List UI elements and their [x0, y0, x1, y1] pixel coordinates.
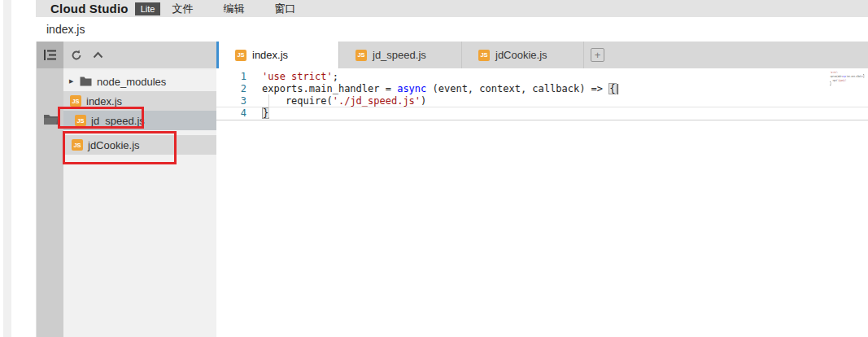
code-line-1[interactable]: 1 'use strict'; [216, 71, 868, 83]
menu-item-window[interactable]: 窗口 [274, 2, 295, 16]
document-title: index.js [46, 23, 85, 36]
js-file-icon: JS [70, 95, 81, 107]
folder-icon [80, 77, 92, 86]
explorer-toolbar [63, 42, 216, 70]
tab-jd-speed-js[interactable]: JS jd_speed.js [338, 42, 461, 68]
line-number: 3 [216, 95, 246, 107]
token: (event, context, callback) => [426, 83, 608, 94]
menu-item-edit[interactable]: 编辑 [223, 2, 244, 16]
file-explorer: ▶ node_modules JS index.js JS jd_speed.j… [63, 42, 216, 337]
code-line-2[interactable]: 2 exports.main_handler = async (event, c… [216, 83, 868, 95]
code-line-3[interactable]: 3 require('./jd_speed.js') [216, 95, 868, 107]
js-file-icon: JS [355, 50, 367, 61]
text-cursor [617, 84, 619, 94]
token: './jd_speed.js' [333, 95, 421, 107]
refresh-icon[interactable] [70, 49, 83, 62]
token: ) [421, 95, 426, 107]
tab-label: index.js [252, 49, 288, 61]
token: ; [333, 71, 338, 82]
app-window: Cloud Studio Lite 文件 编辑 窗口 index.js [0, 0, 868, 337]
js-file-icon: JS [478, 50, 490, 61]
folder-icon [43, 114, 59, 125]
tree-item-node-modules[interactable]: ▶ node_modules [63, 72, 216, 91]
tab-bar: JS index.js JS jd_speed.js JS jdCookie.j… [216, 42, 868, 68]
code-line-4[interactable]: 4 } [216, 107, 868, 120]
explorer-view-button[interactable] [37, 42, 64, 68]
code-editor[interactable]: 1 'use strict'; 2 exports.main_handler =… [216, 68, 868, 337]
code-block: 1 'use strict'; 2 exports.main_handler =… [216, 68, 868, 120]
app-logo: Cloud Studio [50, 2, 129, 15]
tab-index-js[interactable]: JS index.js [216, 42, 338, 68]
new-tab-button[interactable]: + [591, 48, 604, 62]
left-gutter-strip [3, 0, 11, 337]
activity-bar [36, 42, 63, 337]
token: require( [262, 95, 333, 107]
line-number: 1 [216, 71, 246, 83]
lite-badge: Lite [135, 2, 161, 15]
menubar: Cloud Studio Lite 文件 编辑 窗口 [36, 0, 868, 17]
matched-bracket: { [608, 83, 616, 94]
tree-item-label: index.js [86, 95, 122, 107]
tab-label: jd_speed.js [373, 49, 426, 61]
js-file-icon: JS [235, 50, 246, 61]
minimap-content: 1 'use strict'; 2 exports.main_handler =… [829, 69, 866, 85]
token: exports.main_handler = [262, 83, 397, 94]
annotation-box-jd-speed [58, 107, 144, 129]
token: async [397, 83, 426, 94]
chevron-right-icon[interactable]: ▶ [69, 78, 76, 85]
titlebar: index.js [36, 17, 868, 42]
tab-label: jdCookie.js [495, 49, 547, 61]
menu-items: 文件 编辑 窗口 [172, 2, 295, 16]
tab-jdcookie-js[interactable]: JS jdCookie.js [461, 42, 584, 68]
indent-guide [268, 94, 269, 117]
minimap[interactable]: 1 'use strict'; 2 exports.main_handler =… [829, 69, 866, 89]
menu-item-file[interactable]: 文件 [172, 2, 193, 16]
list-tree-icon [43, 49, 58, 61]
editor-region: JS index.js JS jd_speed.js JS jdCookie.j… [216, 42, 868, 337]
line-number: 2 [216, 83, 246, 95]
tree-item-label: node_modules [97, 76, 166, 88]
line-number: 4 [216, 107, 246, 120]
annotation-box-jdcookie [63, 131, 177, 164]
token: 'use strict' [262, 71, 333, 82]
collapse-all-icon[interactable] [91, 49, 104, 62]
